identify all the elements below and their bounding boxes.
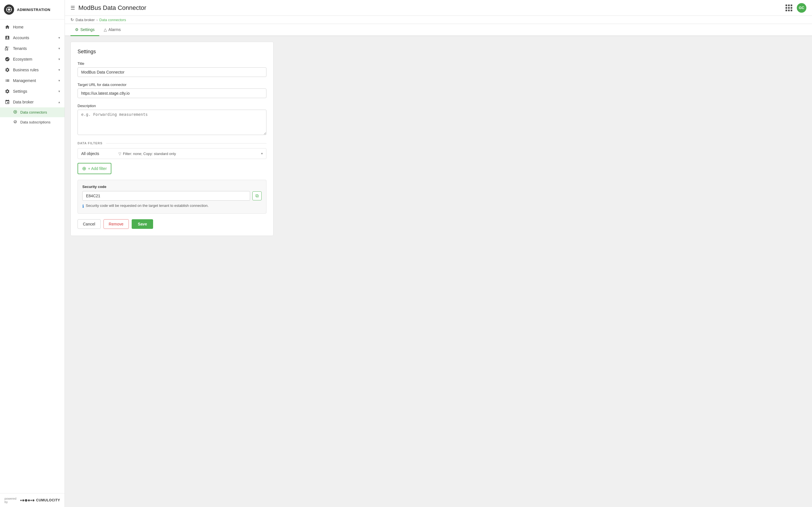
management-icon bbox=[4, 78, 10, 83]
cancel-button[interactable]: Cancel bbox=[77, 219, 101, 229]
sidebar-item-accounts[interactable]: Accounts ▾ bbox=[0, 33, 65, 43]
security-section: Security code ⧉ ℹ Security code will be … bbox=[77, 180, 266, 214]
apps-grid-icon[interactable] bbox=[786, 4, 792, 11]
title-form-group: Title bbox=[77, 61, 266, 77]
description-textarea[interactable] bbox=[77, 110, 266, 135]
app-title: ADMINISTRATION bbox=[17, 8, 50, 12]
grid-dot bbox=[786, 10, 787, 11]
description-label: Description bbox=[77, 104, 266, 108]
title-input[interactable] bbox=[77, 67, 266, 77]
cumulocity-brand-text: CUMULOCITY bbox=[36, 498, 60, 502]
data-filters-divider bbox=[106, 143, 266, 144]
data-connectors-icon bbox=[13, 110, 17, 115]
security-note: ℹ Security code will be requested on the… bbox=[82, 204, 262, 209]
page-title: ModBus Data Connector bbox=[78, 4, 146, 11]
logo-dots bbox=[20, 499, 35, 502]
add-filter-plus-icon: ⊕ bbox=[82, 165, 86, 172]
sidebar-item-management-label: Management bbox=[13, 78, 56, 83]
sidebar-item-business-rules[interactable]: Business rules ▾ bbox=[0, 64, 65, 75]
filter-object-label: All objects bbox=[81, 151, 115, 156]
sidebar-item-settings[interactable]: Settings ▾ bbox=[0, 86, 65, 97]
add-filter-label: + Add filter bbox=[88, 166, 107, 171]
security-code-label: Security code bbox=[82, 185, 262, 189]
topbar-left: ☰ ModBus Data Connector bbox=[70, 4, 146, 11]
target-url-form-group: Target URL for data connector bbox=[77, 82, 266, 98]
sidebar-item-home[interactable]: Home bbox=[0, 22, 65, 33]
sidebar-item-data-connectors[interactable]: Data connectors bbox=[0, 107, 65, 117]
save-button[interactable]: Save bbox=[132, 219, 153, 229]
sidebar-item-data-broker[interactable]: Data broker ▴ bbox=[0, 97, 65, 107]
svg-point-1 bbox=[8, 8, 10, 11]
logo-dot-4 bbox=[28, 499, 30, 501]
breadcrumb-data-connectors[interactable]: Data connectors bbox=[99, 18, 126, 22]
svg-point-8 bbox=[14, 120, 16, 123]
hamburger-icon[interactable]: ☰ bbox=[70, 5, 75, 11]
filter-chevron-icon[interactable]: ▾ bbox=[261, 152, 263, 156]
filter-funnel-icon: ▽ bbox=[118, 152, 121, 156]
topbar: ☰ ModBus Data Connector GC bbox=[65, 0, 812, 16]
description-form-group: Description bbox=[77, 104, 266, 136]
sidebar-item-business-rules-label: Business rules bbox=[13, 68, 56, 72]
tabs-bar: ⚙ Settings △ Alarms bbox=[65, 24, 812, 36]
breadcrumb-icon: ↻ bbox=[70, 17, 74, 22]
sidebar-item-management[interactable]: Management ▾ bbox=[0, 75, 65, 86]
data-filters-label: DATA FILTERS bbox=[77, 142, 103, 145]
sidebar-item-ecosystem-label: Ecosystem bbox=[13, 57, 56, 61]
footer-powered-text: powered by bbox=[4, 497, 18, 504]
grid-dot bbox=[786, 4, 787, 6]
data-broker-chevron-icon: ▴ bbox=[58, 100, 60, 104]
data-filters-header: DATA FILTERS bbox=[77, 142, 266, 145]
settings-icon bbox=[4, 89, 10, 94]
sidebar-item-settings-label: Settings bbox=[13, 89, 56, 94]
business-rules-chevron-icon: ▾ bbox=[58, 68, 60, 72]
data-broker-icon bbox=[4, 99, 10, 105]
home-icon bbox=[4, 24, 10, 30]
breadcrumb: ↻ Data broker › Data connectors bbox=[65, 16, 812, 24]
logo-dot-3 bbox=[25, 499, 28, 502]
filter-row: All objects ▽ Filter: none; Copy: standa… bbox=[77, 148, 266, 159]
breadcrumb-separator: › bbox=[96, 18, 98, 22]
content-area: ↻ Data broker › Data connectors ⚙ Settin… bbox=[65, 16, 812, 507]
remove-button[interactable]: Remove bbox=[104, 219, 129, 229]
ecosystem-icon bbox=[4, 56, 10, 62]
user-avatar[interactable]: GC bbox=[797, 3, 806, 13]
security-note-text: Security code will be requested on the t… bbox=[86, 204, 209, 208]
data-filters-section: DATA FILTERS All objects ▽ Filter: none;… bbox=[77, 142, 266, 174]
filter-text: Filter: none; Copy: standard only bbox=[123, 152, 176, 156]
security-code-input[interactable] bbox=[82, 191, 250, 201]
grid-dot bbox=[791, 10, 792, 11]
logo-dot-6 bbox=[33, 499, 35, 501]
logo-dot-1 bbox=[20, 500, 22, 501]
grid-dot bbox=[788, 7, 790, 9]
target-url-input[interactable] bbox=[77, 89, 266, 98]
sidebar-item-data-subscriptions[interactable]: Data subscriptions bbox=[0, 117, 65, 127]
logo-dot-5 bbox=[31, 500, 32, 501]
sidebar-footer: powered by CUMULOCITY bbox=[0, 493, 65, 507]
data-subscriptions-icon bbox=[13, 119, 17, 125]
copy-button[interactable]: ⧉ bbox=[252, 191, 262, 201]
sidebar-item-data-subscriptions-label: Data subscriptions bbox=[20, 120, 50, 124]
action-buttons: Cancel Remove Save bbox=[77, 219, 266, 229]
sidebar-item-home-label: Home bbox=[13, 25, 60, 29]
sidebar-item-ecosystem[interactable]: Ecosystem ▾ bbox=[0, 54, 65, 64]
settings-tab-icon: ⚙ bbox=[75, 27, 79, 32]
add-filter-button[interactable]: ⊕ + Add filter bbox=[77, 163, 111, 174]
tab-settings[interactable]: ⚙ Settings bbox=[70, 24, 99, 36]
filter-value: ▽ Filter: none; Copy: standard only bbox=[118, 152, 258, 156]
sidebar-item-data-broker-label: Data broker bbox=[13, 100, 56, 104]
alarms-tab-icon: △ bbox=[104, 27, 107, 32]
tab-alarms[interactable]: △ Alarms bbox=[99, 24, 125, 36]
app-logo-icon bbox=[4, 4, 14, 15]
breadcrumb-data-broker[interactable]: Data broker bbox=[75, 18, 95, 22]
sidebar-item-tenants-label: Tenants bbox=[13, 46, 56, 51]
sidebar-item-accounts-label: Accounts bbox=[13, 36, 56, 40]
main-content: ☰ ModBus Data Connector GC ↻ Data broker… bbox=[65, 0, 812, 507]
sidebar-header: ADMINISTRATION bbox=[0, 0, 65, 19]
business-rules-icon bbox=[4, 67, 10, 73]
logo-dot-2 bbox=[22, 499, 24, 501]
settings-content: Settings Title Target URL for data conne… bbox=[65, 36, 812, 241]
grid-dot bbox=[791, 4, 792, 6]
tenants-chevron-icon: ▾ bbox=[58, 47, 60, 50]
sidebar-item-tenants[interactable]: Tenants ▾ bbox=[0, 43, 65, 54]
grid-dot bbox=[791, 7, 792, 9]
